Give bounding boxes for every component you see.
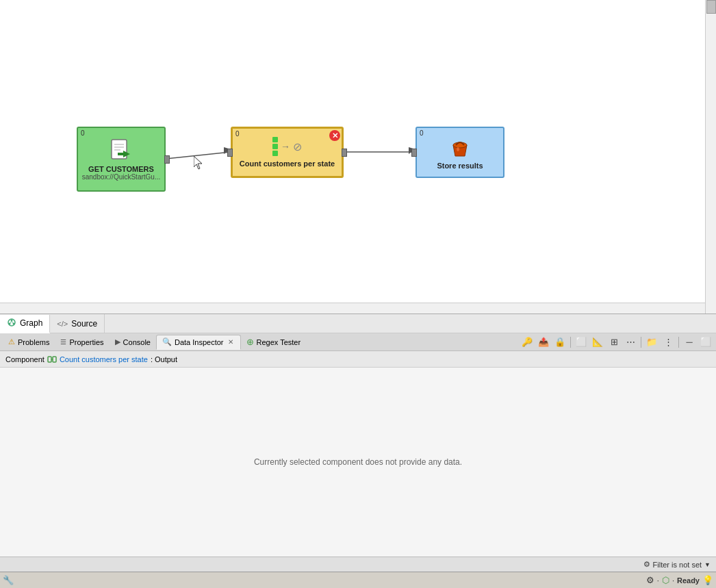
component-prefix: Component bbox=[5, 355, 44, 363]
node-get-customers-label: GET CUSTOMERS bbox=[88, 165, 154, 173]
tab-problems[interactable]: ⚠ Problems bbox=[3, 335, 55, 350]
toolbar-lock-btn[interactable]: 🔒 bbox=[552, 335, 567, 350]
data-inspector-icon: 🔍 bbox=[162, 337, 172, 346]
node-count-output-port[interactable] bbox=[342, 149, 347, 157]
node-store-counter: 0 bbox=[420, 129, 424, 137]
filter-status[interactable]: ⚙ Filter is not set ▼ bbox=[643, 560, 711, 569]
toolbar-export-btn[interactable]: 📤 bbox=[536, 335, 551, 350]
problems-icon: ⚠ bbox=[8, 337, 15, 346]
bullet2: · bbox=[672, 576, 674, 585]
node-get-customers-counter: 0 bbox=[81, 129, 85, 137]
toolbar-copy-btn[interactable]: ⬜ bbox=[574, 335, 589, 350]
svg-line-0 bbox=[166, 152, 231, 159]
tab-regex-tester[interactable]: ⊕ Regex Tester bbox=[241, 335, 307, 350]
svg-point-11 bbox=[457, 147, 459, 151]
toolbar-overflow-btn[interactable]: ⋮ bbox=[661, 335, 676, 350]
component-suffix: : Output bbox=[151, 355, 177, 363]
tab-data-inspector[interactable]: 🔍 Data Inspector ✕ bbox=[156, 335, 241, 350]
toolbar-sep1 bbox=[570, 337, 571, 348]
inspector-content: Currently selected component does not pr… bbox=[0, 368, 716, 557]
node-get-customers-output-port[interactable] bbox=[164, 155, 170, 164]
tab-graph[interactable]: Graph bbox=[0, 315, 50, 333]
node-get-customers[interactable]: 0 GET CUSTOMERS sandbox://QuickStartGu..… bbox=[77, 127, 166, 192]
secondary-tab-bar: ⚠ Problems ☰ Properties ▶ Console 🔍 Data… bbox=[0, 333, 716, 351]
canvas-scroll-thumb[interactable] bbox=[706, 0, 716, 14]
status-icon3: ⬡ bbox=[662, 575, 669, 585]
tab-problems-label: Problems bbox=[18, 338, 49, 346]
ready-status: Ready bbox=[677, 576, 700, 585]
status-icon2: ⚙ bbox=[646, 575, 654, 585]
toolbar-sep3 bbox=[678, 337, 679, 348]
svg-rect-9 bbox=[118, 153, 125, 155]
bottom-status-right: ⚙ · ⬡ · Ready 💡 bbox=[646, 575, 713, 585]
node-count-customers[interactable]: 0 ✕ → ⊘ Count customers per state bbox=[231, 127, 344, 178]
tab-properties[interactable]: ☰ Properties bbox=[55, 335, 109, 350]
graph-source-tab-bar: Graph </> Source bbox=[0, 314, 716, 333]
svg-line-18 bbox=[12, 321, 14, 323]
svg-rect-19 bbox=[48, 357, 51, 362]
toolbar-folder-btn[interactable]: 📁 bbox=[644, 335, 659, 350]
secondary-toolbar: 🔑 📤 🔒 ⬜ 📐 ⊞ ⋯ 📁 ⋮ ─ ⬜ bbox=[520, 335, 713, 350]
filter-icon: ⚙ bbox=[643, 560, 650, 569]
svg-marker-12 bbox=[194, 156, 202, 169]
error-badge: ✕ bbox=[329, 130, 340, 141]
console-icon: ▶ bbox=[115, 337, 120, 346]
canvas-vertical-scrollbar[interactable] bbox=[705, 0, 716, 314]
count-node-icons: → ⊘ bbox=[272, 137, 302, 156]
filter-label: Filter is not set bbox=[653, 561, 702, 569]
status-right: ⚙ Filter is not set ▼ bbox=[643, 560, 711, 569]
svg-line-17 bbox=[10, 321, 12, 323]
tab-console[interactable]: ▶ Console bbox=[110, 335, 156, 350]
toolbar-table-btn[interactable]: ⊞ bbox=[606, 335, 622, 350]
bottom-status-bar: 🔧 ⚙ · ⬡ · Ready 💡 bbox=[0, 572, 716, 588]
store-bucket-icon bbox=[448, 136, 472, 160]
svg-point-10 bbox=[453, 142, 467, 148]
svg-point-14 bbox=[11, 319, 13, 321]
node-count-counter: 0 bbox=[235, 130, 240, 138]
regex-icon: ⊕ bbox=[246, 337, 254, 347]
tab-data-inspector-label: Data Inspector bbox=[175, 338, 224, 346]
source-tab-icon: </> bbox=[57, 320, 68, 328]
toolbar-minimize-btn[interactable]: ─ bbox=[682, 335, 697, 350]
properties-icon: ☰ bbox=[60, 338, 66, 346]
toolbar-maximize-btn[interactable]: ⬜ bbox=[698, 335, 713, 350]
toolbar-key-btn[interactable]: 🔑 bbox=[520, 335, 535, 350]
tab-source[interactable]: </> Source bbox=[50, 314, 105, 333]
bullet1: · bbox=[657, 576, 659, 585]
tab-regex-label: Regex Tester bbox=[257, 338, 301, 346]
toolbar-sep2 bbox=[641, 337, 641, 348]
filter-dropdown-icon[interactable]: ▼ bbox=[704, 561, 711, 568]
node-get-customers-sublabel: sandbox://QuickStartGu... bbox=[82, 173, 161, 181]
node-store-input-port[interactable] bbox=[411, 149, 417, 157]
status-left-icon: 🔧 bbox=[3, 575, 14, 585]
tab-source-label: Source bbox=[71, 319, 97, 329]
tab-console-label: Console bbox=[123, 338, 151, 346]
node-store-results[interactable]: 0 Store results bbox=[415, 127, 504, 178]
graph-tab-icon bbox=[7, 318, 16, 329]
workflow-canvas[interactable]: 0 GET CUSTOMERS sandbox://QuickStartGu..… bbox=[0, 0, 716, 314]
tab-graph-label: Graph bbox=[20, 318, 42, 328]
toolbar-paste-btn[interactable]: 📐 bbox=[590, 335, 605, 350]
node-store-label: Store results bbox=[437, 162, 483, 170]
component-link[interactable]: Count customers per state bbox=[60, 355, 148, 363]
node-get-customers-icon bbox=[108, 138, 134, 164]
ready-icon: 💡 bbox=[702, 575, 713, 585]
svg-rect-20 bbox=[53, 357, 56, 362]
inspector-empty-message: Currently selected component does not pr… bbox=[254, 457, 462, 467]
toolbar-more-btn[interactable]: ⋯ bbox=[623, 335, 638, 350]
tab-properties-label: Properties bbox=[69, 338, 103, 346]
mouse-cursor bbox=[194, 156, 202, 168]
canvas-horizontal-scrollbar[interactable] bbox=[0, 303, 705, 314]
node-count-input-port[interactable] bbox=[227, 149, 233, 157]
tab-data-inspector-close[interactable]: ✕ bbox=[227, 338, 235, 346]
component-breadcrumb: Component Count customers per state : Ou… bbox=[0, 351, 716, 368]
node-count-label: Count customers per state bbox=[240, 159, 335, 168]
component-icon bbox=[47, 355, 57, 364]
bottom-panel: Graph </> Source ⚠ Problems ☰ Properties… bbox=[0, 314, 716, 588]
status-bar: ⚙ Filter is not set ▼ bbox=[0, 557, 716, 572]
